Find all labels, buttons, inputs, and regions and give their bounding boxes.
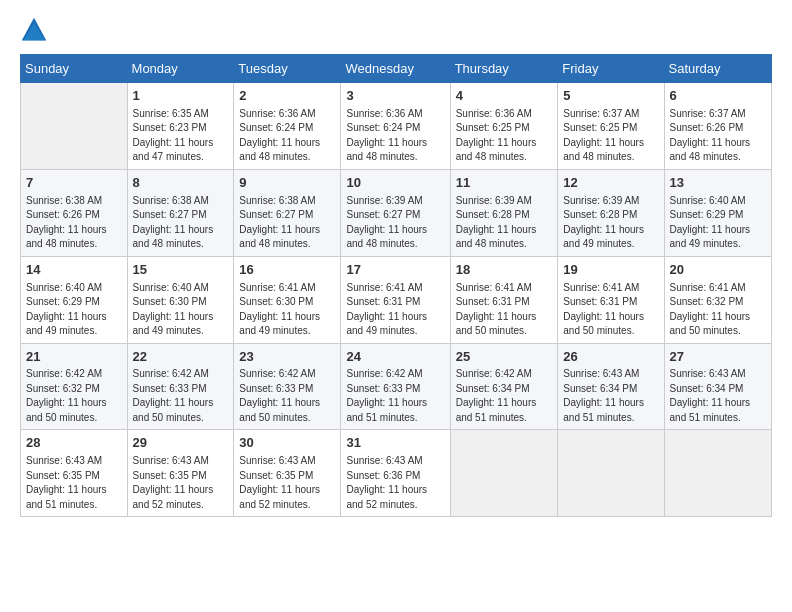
day-cell	[664, 430, 771, 517]
day-info: Daylight: 11 hours	[456, 223, 553, 238]
day-info: Sunset: 6:34 PM	[670, 382, 766, 397]
day-info: Sunset: 6:26 PM	[26, 208, 122, 223]
day-info: Sunrise: 6:39 AM	[456, 194, 553, 209]
header-cell-sunday: Sunday	[21, 55, 128, 83]
day-info: Sunset: 6:25 PM	[456, 121, 553, 136]
header-cell-monday: Monday	[127, 55, 234, 83]
day-info: and 52 minutes.	[346, 498, 444, 513]
day-info: Daylight: 11 hours	[670, 136, 766, 151]
day-cell: 30Sunrise: 6:43 AMSunset: 6:35 PMDayligh…	[234, 430, 341, 517]
day-info: and 49 minutes.	[133, 324, 229, 339]
day-cell: 12Sunrise: 6:39 AMSunset: 6:28 PMDayligh…	[558, 169, 664, 256]
day-info: Daylight: 11 hours	[563, 310, 658, 325]
day-info: and 50 minutes.	[456, 324, 553, 339]
day-info: Sunrise: 6:37 AM	[563, 107, 658, 122]
day-info: Daylight: 11 hours	[239, 310, 335, 325]
day-info: Sunset: 6:33 PM	[239, 382, 335, 397]
day-cell: 4Sunrise: 6:36 AMSunset: 6:25 PMDaylight…	[450, 83, 558, 170]
page: SundayMondayTuesdayWednesdayThursdayFrid…	[0, 0, 792, 612]
day-info: Sunset: 6:24 PM	[346, 121, 444, 136]
week-row-0: 1Sunrise: 6:35 AMSunset: 6:23 PMDaylight…	[21, 83, 772, 170]
day-number: 27	[670, 348, 766, 367]
day-info: Sunrise: 6:43 AM	[346, 454, 444, 469]
day-info: and 50 minutes.	[26, 411, 122, 426]
week-row-1: 7Sunrise: 6:38 AMSunset: 6:26 PMDaylight…	[21, 169, 772, 256]
day-info: and 49 minutes.	[239, 324, 335, 339]
day-info: Daylight: 11 hours	[346, 396, 444, 411]
day-info: Sunset: 6:30 PM	[133, 295, 229, 310]
day-info: Sunset: 6:23 PM	[133, 121, 229, 136]
day-info: Daylight: 11 hours	[26, 396, 122, 411]
day-cell: 7Sunrise: 6:38 AMSunset: 6:26 PMDaylight…	[21, 169, 128, 256]
day-info: and 50 minutes.	[563, 324, 658, 339]
day-number: 13	[670, 174, 766, 193]
day-cell: 6Sunrise: 6:37 AMSunset: 6:26 PMDaylight…	[664, 83, 771, 170]
day-info: Daylight: 11 hours	[346, 310, 444, 325]
day-cell: 20Sunrise: 6:41 AMSunset: 6:32 PMDayligh…	[664, 256, 771, 343]
day-info: Sunrise: 6:36 AM	[346, 107, 444, 122]
day-info: Sunset: 6:33 PM	[346, 382, 444, 397]
day-number: 8	[133, 174, 229, 193]
header-row: SundayMondayTuesdayWednesdayThursdayFrid…	[21, 55, 772, 83]
day-info: Daylight: 11 hours	[26, 310, 122, 325]
day-info: Sunrise: 6:40 AM	[26, 281, 122, 296]
day-info: and 52 minutes.	[239, 498, 335, 513]
day-cell: 19Sunrise: 6:41 AMSunset: 6:31 PMDayligh…	[558, 256, 664, 343]
day-info: Daylight: 11 hours	[133, 396, 229, 411]
day-info: and 48 minutes.	[133, 237, 229, 252]
day-cell: 22Sunrise: 6:42 AMSunset: 6:33 PMDayligh…	[127, 343, 234, 430]
day-cell: 14Sunrise: 6:40 AMSunset: 6:29 PMDayligh…	[21, 256, 128, 343]
day-info: Sunrise: 6:39 AM	[346, 194, 444, 209]
day-info: Sunrise: 6:42 AM	[239, 367, 335, 382]
day-number: 25	[456, 348, 553, 367]
day-info: Sunset: 6:35 PM	[133, 469, 229, 484]
day-info: Sunset: 6:35 PM	[26, 469, 122, 484]
day-info: and 48 minutes.	[26, 237, 122, 252]
week-row-3: 21Sunrise: 6:42 AMSunset: 6:32 PMDayligh…	[21, 343, 772, 430]
day-info: Daylight: 11 hours	[239, 396, 335, 411]
day-info: Sunrise: 6:43 AM	[563, 367, 658, 382]
day-number: 2	[239, 87, 335, 106]
day-cell: 28Sunrise: 6:43 AMSunset: 6:35 PMDayligh…	[21, 430, 128, 517]
day-number: 20	[670, 261, 766, 280]
day-info: and 49 minutes.	[26, 324, 122, 339]
day-cell: 1Sunrise: 6:35 AMSunset: 6:23 PMDaylight…	[127, 83, 234, 170]
day-info: Sunset: 6:26 PM	[670, 121, 766, 136]
day-cell: 2Sunrise: 6:36 AMSunset: 6:24 PMDaylight…	[234, 83, 341, 170]
day-number: 6	[670, 87, 766, 106]
day-info: Sunset: 6:31 PM	[563, 295, 658, 310]
day-info: Sunset: 6:29 PM	[26, 295, 122, 310]
day-number: 7	[26, 174, 122, 193]
day-info: and 51 minutes.	[563, 411, 658, 426]
day-cell: 11Sunrise: 6:39 AMSunset: 6:28 PMDayligh…	[450, 169, 558, 256]
week-row-2: 14Sunrise: 6:40 AMSunset: 6:29 PMDayligh…	[21, 256, 772, 343]
header	[20, 16, 772, 44]
day-info: Sunrise: 6:35 AM	[133, 107, 229, 122]
day-info: Daylight: 11 hours	[133, 483, 229, 498]
day-info: Sunrise: 6:43 AM	[26, 454, 122, 469]
day-number: 31	[346, 434, 444, 453]
day-number: 24	[346, 348, 444, 367]
day-info: Sunset: 6:25 PM	[563, 121, 658, 136]
day-info: Sunset: 6:28 PM	[563, 208, 658, 223]
day-info: Sunrise: 6:42 AM	[133, 367, 229, 382]
day-number: 18	[456, 261, 553, 280]
day-info: Sunrise: 6:43 AM	[670, 367, 766, 382]
day-info: Sunrise: 6:40 AM	[670, 194, 766, 209]
day-number: 29	[133, 434, 229, 453]
day-cell: 26Sunrise: 6:43 AMSunset: 6:34 PMDayligh…	[558, 343, 664, 430]
logo-icon	[20, 16, 48, 44]
day-info: Sunrise: 6:39 AM	[563, 194, 658, 209]
day-info: Sunrise: 6:38 AM	[239, 194, 335, 209]
day-cell	[450, 430, 558, 517]
day-number: 28	[26, 434, 122, 453]
day-info: Sunset: 6:33 PM	[133, 382, 229, 397]
day-info: and 48 minutes.	[239, 237, 335, 252]
day-cell: 9Sunrise: 6:38 AMSunset: 6:27 PMDaylight…	[234, 169, 341, 256]
day-info: and 48 minutes.	[563, 150, 658, 165]
day-info: Sunset: 6:27 PM	[133, 208, 229, 223]
day-info: Sunset: 6:31 PM	[456, 295, 553, 310]
day-number: 10	[346, 174, 444, 193]
day-info: Daylight: 11 hours	[670, 223, 766, 238]
day-info: Sunrise: 6:42 AM	[456, 367, 553, 382]
